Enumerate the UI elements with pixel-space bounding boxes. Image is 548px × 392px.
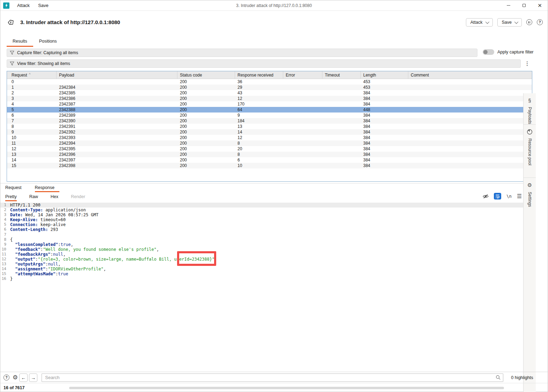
search-settings-button[interactable]: ⚙ [13,375,18,380]
cell-request: 3 [7,96,57,101]
table-row[interactable]: 15234239820010384 [7,163,532,168]
word-wrap-button[interactable] [494,193,501,199]
table-row[interactable]: 1323423962008384 [7,152,532,157]
cell-payload: 2342386 [57,96,177,101]
tab-results[interactable]: Results [7,39,33,47]
cell-status: 200 [177,152,235,157]
cell-comment [408,124,532,129]
line-number: 16 [0,276,8,281]
column-header-request[interactable]: Request^ [7,71,57,79]
cell-length: 384 [361,118,408,124]
save-dropdown-button[interactable]: Save [497,18,522,27]
results-content: Capture filter: Capturing all items Appl… [0,47,536,372]
cell-payload: 2342384 [57,85,177,90]
table-row[interactable]: 72342390200184384 [7,118,532,124]
tab-response[interactable]: Response [35,185,59,192]
cell-status: 200 [177,107,235,112]
table-row[interactable]: 8234239120013384 [7,124,532,129]
column-header-length[interactable]: Length [361,71,408,79]
tab-pretty[interactable]: Pretty [5,194,20,201]
cell-payload: 2342391 [57,124,177,129]
eye-slash-icon[interactable] [483,194,489,199]
search-input[interactable] [42,373,503,382]
cell-status: 200 [177,96,235,101]
tab-hex[interactable]: Hex [51,194,61,201]
show-newlines-button[interactable]: \n [506,194,511,199]
line-number: 3 [0,212,8,217]
editor-line: 4Keep-Alive: timeout=60 [0,217,534,222]
editor-menu-icon[interactable]: ☰ [517,194,522,199]
cell-received: 6 [235,157,283,163]
sidebar-item-payloads[interactable]: § Payloads [524,93,536,125]
search-previous-button[interactable]: ← [19,373,28,382]
editor-line: 14 "assignment":"IDORViewOtherProfile", [0,267,534,271]
maximize-button[interactable] [516,0,532,11]
column-header-timeout[interactable]: Timeout [322,71,361,79]
attack-dropdown-button[interactable]: Attack [466,18,493,27]
cell-request: 5 [7,107,57,112]
menu-save[interactable]: Save [34,0,53,11]
line-number: 12 [0,257,8,262]
table-row[interactable]: 12234239520020384 [7,146,532,152]
line-number: 9 [0,242,8,247]
capture-filter-bar[interactable]: Capture filter: Capturing all items [7,49,477,57]
menu-attack[interactable]: Attack [13,0,34,11]
line-number: 1 [0,203,8,208]
table-row[interactable]: 10234239320012384 [7,135,532,140]
table-row[interactable]: 1234238420029453 [7,85,532,90]
line-number: 5 [0,222,8,227]
table-row[interactable]: 9234239220014384 [7,129,532,135]
cell-error [283,163,322,168]
cell-timeout [322,152,361,157]
save-button-label: Save [502,20,512,25]
tab-request[interactable]: Request [5,185,27,192]
minimize-icon [507,5,510,6]
table-row[interactable]: 1123423942008384 [7,140,532,146]
page-title: 3. Intruder attack of http://127.0.0.1:8… [20,19,120,25]
response-editor[interactable]: 1HTTP/1.1 2002Content-Type: application/… [0,201,534,372]
table-row[interactable]: 1423423972006384 [7,157,532,163]
cell-length: 453 [361,79,408,85]
search-icon[interactable] [496,375,501,380]
table-row[interactable]: 2234238520043384 [7,90,532,96]
tab-raw[interactable]: Raw [29,194,41,201]
table-row[interactable]: 42342387200170384 [7,101,532,107]
table-row[interactable]: 5234238820064448 [7,107,532,112]
column-header-error[interactable]: Error [283,71,322,79]
search-help-button[interactable]: ? [3,375,9,380]
column-header-payload[interactable]: Payload [57,71,177,79]
cell-error [283,135,322,140]
cell-received: 184 [235,118,283,124]
view-filter-bar[interactable]: View filter: Showing all items [7,59,521,68]
cell-error [283,152,322,157]
tab-positions[interactable]: Positions [33,39,63,47]
table-row[interactable]: 3234238620012384 [7,96,532,101]
sidebar-item-resource-pool[interactable]: Resource pool [524,125,536,178]
column-header-response-received[interactable]: Response received [235,71,283,79]
column-header-status-code[interactable]: Status code [177,71,235,79]
cell-comment [408,85,532,90]
editor-line: 16} [0,276,534,281]
cell-comment [408,79,532,85]
arrow-left-icon: ← [21,375,26,380]
table-row[interactable]: 623423892009384 [7,112,532,118]
pause-button[interactable] [526,19,532,25]
table-row[interactable]: 020036453 [7,79,532,85]
search-bar: ? ⚙ ← → 0 highlights [0,372,548,383]
cell-length: 384 [361,101,408,107]
sidebar-item-settings[interactable]: ⚙ Settings [524,178,536,227]
cell-status: 200 [177,163,235,168]
intruder-tag-icon[interactable] [7,19,14,26]
cell-error [283,140,322,146]
cell-request: 9 [7,129,57,135]
cell-status: 200 [177,129,235,135]
cell-payload: 2342385 [57,90,177,96]
help-button[interactable]: ? [537,19,543,25]
close-button[interactable]: ✕ [532,0,548,11]
view-filter-menu-button[interactable]: ⋮ [525,61,530,66]
column-header-comment[interactable]: Comment [408,71,532,79]
table-body: 0200364531234238420029453223423852004338… [7,79,532,168]
apply-capture-filter-toggle[interactable] [483,49,494,55]
minimize-button[interactable] [500,0,516,11]
search-next-button[interactable]: → [29,373,37,382]
